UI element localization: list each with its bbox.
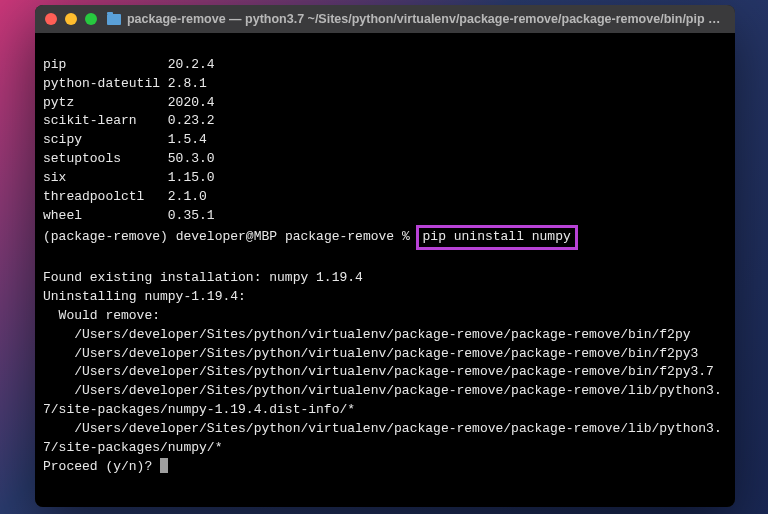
titlebar[interactable]: package-remove — python3.7 ~/Sites/pytho… [35,5,735,33]
command-text: pip uninstall numpy [423,229,571,244]
minimize-icon[interactable] [65,13,77,25]
output-found: Found existing installation: numpy 1.19.… [43,270,363,285]
prompt-cwd: package-remove [285,229,394,244]
prompt-user-host: developer@MBP [176,229,277,244]
package-row: setuptools 50.3.0 [43,150,727,169]
folder-icon [107,14,121,25]
remove-path: /Users/developer/Sites/python/virtualenv… [43,382,727,420]
package-row: wheel 0.35.1 [43,207,727,226]
terminal-window: package-remove — python3.7 ~/Sites/pytho… [35,5,735,507]
package-row: scikit-learn 0.23.2 [43,112,727,131]
remove-path: /Users/developer/Sites/python/virtualenv… [43,363,727,382]
terminal-output[interactable]: pip 20.2.4python-dateutil 2.8.1pytz 2020… [35,33,735,507]
package-row: six 1.15.0 [43,169,727,188]
output-proceed: Proceed (y/n)? [43,459,160,474]
traffic-lights [45,13,97,25]
output-would-remove: Would remove: [43,308,160,323]
cursor [160,458,168,473]
package-row: python-dateutil 2.8.1 [43,75,727,94]
package-row: pip 20.2.4 [43,56,727,75]
remove-path: /Users/developer/Sites/python/virtualenv… [43,345,727,364]
package-row: threadpoolctl 2.1.0 [43,188,727,207]
package-row: scipy 1.5.4 [43,131,727,150]
window-title: package-remove — python3.7 ~/Sites/pytho… [127,12,725,26]
maximize-icon[interactable] [85,13,97,25]
remove-path: /Users/developer/Sites/python/virtualenv… [43,326,727,345]
remove-path: /Users/developer/Sites/python/virtualenv… [43,420,727,458]
command-highlight: pip uninstall numpy [416,225,578,250]
output-uninstalling: Uninstalling numpy-1.19.4: [43,289,246,304]
prompt-symbol: % [402,229,410,244]
prompt-venv: (package-remove) [43,229,168,244]
package-row: pytz 2020.4 [43,94,727,113]
close-icon[interactable] [45,13,57,25]
